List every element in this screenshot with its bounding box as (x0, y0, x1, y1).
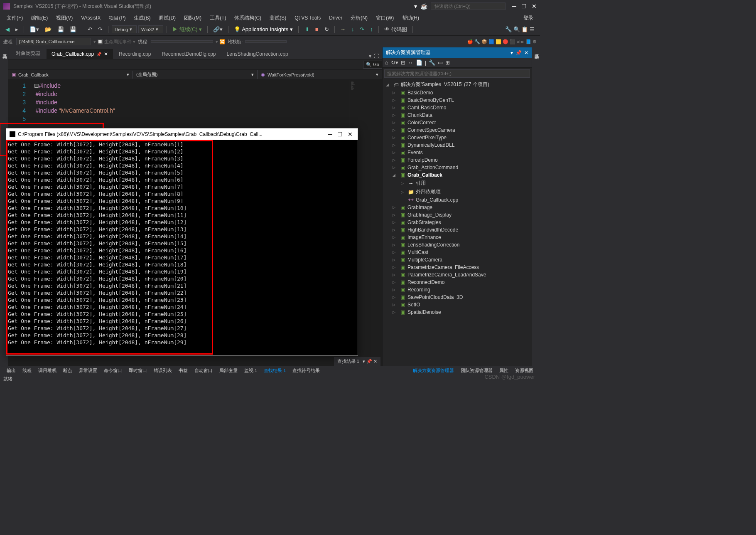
step-over-button[interactable]: ↷ (358, 25, 366, 34)
tab-Grab_Callback.cpp[interactable]: Grab_Callback.cpp 📌 ✕ (47, 49, 113, 59)
tree-node[interactable]: ▷▣MultipleCamera (384, 256, 530, 264)
tree-node[interactable]: ▷▣ForceIpDemo (384, 156, 530, 164)
login-button[interactable]: 登录 (520, 13, 537, 23)
nav-back-button[interactable]: ◀ (3, 25, 12, 34)
notifications-icon[interactable]: ▾ (414, 3, 417, 10)
tree-node[interactable]: ▷▣ChunkData (384, 111, 530, 119)
menu-Driver[interactable]: Driver (326, 13, 346, 22)
btab-错误列表[interactable]: 错误列表 (150, 366, 175, 375)
solution-search-input[interactable] (384, 69, 530, 78)
tree-node[interactable]: ▷▣BasicDemoByGenTL (384, 96, 530, 104)
thread-combo[interactable] (151, 40, 213, 43)
quick-launch-input[interactable] (431, 2, 506, 10)
code-map-button[interactable]: 👁 代码图 (382, 25, 410, 35)
minimize-icon[interactable]: ─ (512, 3, 516, 10)
btab-输出[interactable]: 输出 (3, 366, 19, 375)
tree-node[interactable]: ▷▣Events (384, 149, 530, 156)
solution-tree[interactable]: ◢🏷解决方案'Samples_VS2015' (27 个项目)▷▣BasicDe… (383, 79, 532, 366)
tabs-maximize-icon[interactable]: ⛶ (374, 53, 379, 59)
tree-node[interactable]: ▷▣GrabImage_Display (384, 211, 530, 219)
tree-node[interactable]: ▷▣SavePointCloudData_3D (384, 293, 530, 301)
tree-node[interactable]: ▷▣GrabImage (384, 204, 530, 211)
tab-ReconnectDemoDlg.cpp[interactable]: ReconnectDemoDlg.cpp (157, 49, 221, 59)
tree-node[interactable]: ++Grab_Callback.cpp (384, 196, 530, 204)
restart-button[interactable]: ↻ (322, 25, 331, 34)
step-into-button[interactable]: ↓ (349, 25, 356, 34)
maximize-icon[interactable]: ☐ (521, 3, 527, 10)
btab-解决方案资源管理器[interactable]: 解决方案资源管理器 (410, 366, 457, 375)
console-window[interactable]: C:\Program Files (x86)\MVS\Development\S… (6, 128, 358, 356)
btab-调用堆栈[interactable]: 调用堆栈 (35, 366, 60, 375)
btab-自动窗口[interactable]: 自动窗口 (191, 366, 216, 375)
menu-文件(F)[interactable]: 文件(F) (3, 13, 26, 23)
menu-工具(T)[interactable]: 工具(T) (206, 13, 229, 23)
close-icon[interactable]: ✕ (532, 3, 537, 10)
collapse-icon[interactable]: ⊟ (401, 59, 405, 66)
tree-node[interactable]: ◢🏷解决方案'Samples_VS2015' (27 个项目) (384, 80, 530, 89)
save-button[interactable]: 💾 (55, 25, 66, 34)
btab-即时窗口[interactable]: 即时窗口 (125, 366, 150, 375)
preview-icon[interactable]: ⊞ (445, 59, 450, 66)
feedback-icon[interactable]: ☕ (420, 3, 427, 10)
tab-LensShadingCorrection.cpp[interactable]: LensShadingCorrection.cpp (222, 49, 293, 59)
tree-node[interactable]: ▷▣SpatialDenoise (384, 308, 530, 316)
tree-node[interactable]: ▷▣ColorCorrect (384, 119, 530, 126)
tree-node[interactable]: ▷▣ImageEnhance (384, 234, 530, 241)
panel-pin-icon[interactable]: 📌 (515, 50, 522, 56)
continue-button[interactable]: ▶ 继续(C) ▾ (170, 25, 204, 35)
tree-node[interactable]: ▷▣ParametrizeCamera_FileAccess (384, 264, 530, 271)
console-titlebar[interactable]: C:\Program Files (x86)\MVS\Development\S… (6, 128, 358, 140)
undo-button[interactable]: ↶ (86, 25, 94, 34)
properties-icon[interactable]: 🔧 (429, 59, 435, 66)
diagnostics-strip[interactable]: 诊断工具 (532, 47, 540, 366)
menu-分析(N)[interactable]: 分析(N) (347, 13, 371, 23)
menu-窗口(W)[interactable]: 窗口(W) (373, 13, 397, 23)
show-next-statement-button[interactable]: → (338, 25, 348, 34)
tree-node[interactable]: ▷▣Recording (384, 286, 530, 293)
extra-icons-row2[interactable]: 🍎 🔧 📦 🟦 🟨 🔴 ⬛ abc 📘 ⚙ (467, 39, 537, 44)
browser-link-button[interactable]: 🔗▾ (211, 25, 225, 34)
member-combo[interactable]: ◉WaitForKeyPress(void)▾ (258, 71, 382, 79)
platform-combo[interactable]: Win32 ▾ (138, 25, 163, 33)
tree-node[interactable]: ▷▣CamLBasicDemo (384, 104, 530, 111)
refresh-icon[interactable]: ↻▾ (391, 59, 398, 66)
tree-node[interactable]: ▷▣DynamicallyLoadDLL (384, 141, 530, 149)
menu-测试(S)[interactable]: 测试(S) (266, 13, 290, 23)
menu-Qt VS Tools[interactable]: Qt VS Tools (291, 13, 324, 22)
menu-编辑(E)[interactable]: 编辑(E) (28, 13, 51, 23)
console-minimize-icon[interactable]: ─ (328, 131, 332, 138)
find-results-header[interactable]: 查找结果 1 ▾ 📌 ✕ (334, 357, 380, 366)
menu-视图(V)[interactable]: 视图(V) (53, 13, 76, 23)
btab-局部变量[interactable]: 局部变量 (216, 366, 241, 375)
console-maximize-icon[interactable]: ☐ (337, 131, 343, 138)
tree-node[interactable]: ▷▣ConnectSpecCamera (384, 126, 530, 134)
tree-node[interactable]: ▷▣ParametrizeCamera_LoadAndSave (384, 271, 530, 279)
btab-书签[interactable]: 书签 (175, 366, 191, 375)
tree-node[interactable]: ▷▣BasicDemo (384, 89, 530, 96)
tree-node[interactable]: ▷▣ReconnectDemo (384, 279, 530, 286)
panel-close-icon[interactable]: ✕ (524, 50, 528, 56)
tree-node[interactable]: ▷▣ConvertPixelType (384, 134, 530, 141)
tree-node[interactable]: ◢▣Grab_Callback (384, 171, 530, 179)
tree-node[interactable]: ▷▣GrabStrategies (384, 219, 530, 226)
tabs-dropdown-icon[interactable]: ▾ (369, 53, 371, 59)
config-combo[interactable]: Debug ▾ (112, 25, 137, 33)
btab-线程[interactable]: 线程 (19, 366, 35, 375)
menu-VAssistX[interactable]: VAssistX (78, 13, 104, 22)
app-insights-button[interactable]: 💡 Application Insights ▾ (232, 25, 295, 34)
go-button[interactable]: 🔍 Go (363, 61, 382, 69)
redo-button[interactable]: ↷ (96, 25, 105, 34)
tree-node[interactable]: ▷▣MultiCast (384, 249, 530, 256)
btab-断点[interactable]: 断点 (60, 366, 76, 375)
stop-debug-button[interactable]: ■ (313, 25, 321, 34)
menu-生成(B)[interactable]: 生成(B) (130, 13, 154, 23)
tree-node[interactable]: ▷📁外部依赖项 (384, 187, 530, 196)
tree-node[interactable]: ▷▪▪引用 (384, 179, 530, 187)
home-icon[interactable]: ⌂ (385, 59, 388, 66)
view-icon[interactable]: ▭ (438, 59, 443, 66)
show-all-icon[interactable]: 📄 (416, 59, 422, 66)
new-project-button[interactable]: 📄▾ (27, 25, 41, 34)
console-close-icon[interactable]: ✕ (348, 131, 353, 138)
tree-node[interactable]: ▷▣SetIO (384, 301, 530, 308)
tree-node[interactable]: ▷▣HighBandwidthDecode (384, 226, 530, 234)
